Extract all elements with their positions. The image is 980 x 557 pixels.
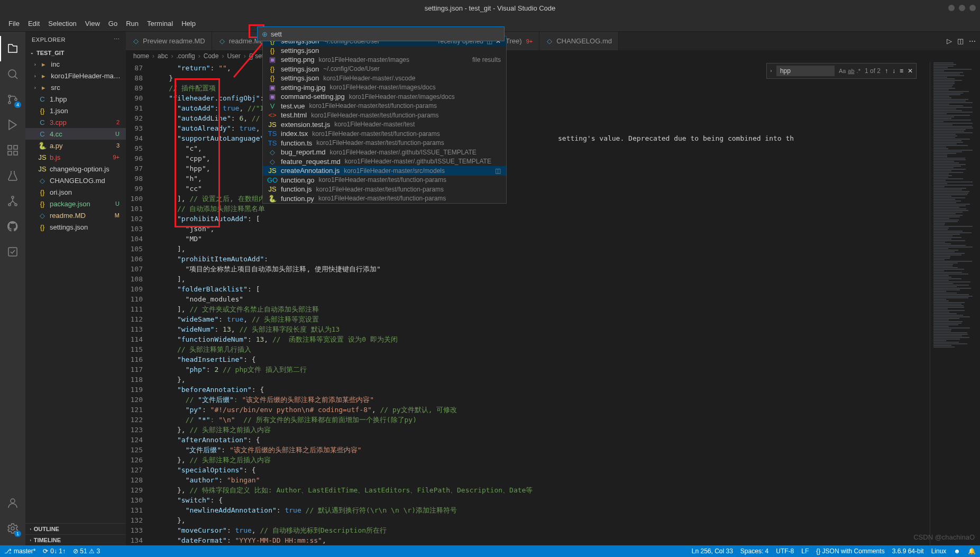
timeline-section[interactable]: ›TIMELINE bbox=[25, 534, 126, 545]
settings-icon[interactable]: 1 bbox=[0, 516, 25, 541]
os-item[interactable]: Linux bbox=[931, 547, 947, 555]
quickopen-input[interactable]: ⊕ bbox=[257, 26, 505, 41]
find-widget[interactable]: › Aa ab .* 1 of 2 ↑ ↓ ≡ ✕ bbox=[766, 63, 917, 79]
quickopen-row[interactable]: {}settings.json~/.config/Code/User bbox=[263, 65, 506, 74]
json-icon: {} bbox=[268, 47, 277, 54]
tree-item[interactable]: JSb.js9+ bbox=[25, 151, 126, 163]
indent-item[interactable]: Spaces: 4 bbox=[740, 547, 768, 555]
project-header[interactable]: ⌄ TEST_GIT bbox=[25, 47, 126, 58]
quickopen-row[interactable]: JSfunction.jskoro1FileHeader-master/test… bbox=[263, 185, 506, 194]
tree-item[interactable]: ›▸koro1FileHeader-master bbox=[25, 70, 126, 81]
quickopen-name: function.py bbox=[281, 195, 314, 203]
tree-item[interactable]: JSchangelog-option.js bbox=[25, 163, 126, 175]
quickopen-row[interactable]: ▣setting.pngkoro1FileHeader-master/image… bbox=[263, 55, 506, 65]
run-icon[interactable]: ▷ bbox=[947, 37, 952, 45]
eol-item[interactable]: LF bbox=[801, 547, 809, 555]
minimize-icon[interactable] bbox=[948, 5, 955, 11]
close-find-icon[interactable]: ✕ bbox=[908, 67, 913, 75]
js-icon: JS bbox=[38, 165, 47, 173]
quickopen-row[interactable]: {}settings.json bbox=[263, 46, 506, 56]
git-graph-icon[interactable] bbox=[0, 188, 25, 214]
minimap[interactable] bbox=[930, 62, 980, 545]
tree-item[interactable]: ◇CHANGELOG.md bbox=[25, 175, 126, 186]
quickopen-row[interactable]: TSfunction.tskoro1FileHeader-master/test… bbox=[263, 139, 506, 148]
more-icon[interactable]: ⋯ bbox=[114, 36, 120, 43]
quickopen-list[interactable]: {}settings.json~/.config/Code/Userrecent… bbox=[262, 36, 507, 204]
tree-item[interactable]: {}1.json bbox=[25, 105, 126, 116]
menu-terminal[interactable]: Terminal bbox=[143, 20, 177, 28]
ts-icon: TS bbox=[268, 130, 277, 138]
quickopen-row[interactable]: JSextension.test.jskoro1FileHeader-maste… bbox=[263, 120, 506, 130]
todo-icon[interactable] bbox=[0, 239, 25, 264]
bell-icon[interactable]: 🔔 bbox=[968, 547, 976, 555]
menu-edit[interactable]: Edit bbox=[24, 20, 44, 28]
github-icon[interactable] bbox=[0, 214, 25, 239]
quickopen-row[interactable]: ◇feature_request.mdkoro1FileHeader-maste… bbox=[263, 157, 506, 167]
explorer-icon[interactable] bbox=[0, 36, 25, 61]
quickopen-row[interactable]: Vtest.vuekoro1FileHeader-master/test/fun… bbox=[263, 102, 506, 111]
regex-icon[interactable]: .* bbox=[857, 68, 860, 74]
breadcrumb[interactable]: home› abc› .config› Code› User› {} setti… bbox=[126, 50, 980, 62]
more-icon[interactable]: ⋯ bbox=[969, 37, 976, 45]
quickopen-row[interactable]: <>test.htmlkoro1FileHeader-master/test/f… bbox=[263, 111, 506, 120]
branch-item[interactable]: ⎇ master* bbox=[4, 547, 35, 555]
tree-item-label: changelog-option.js bbox=[50, 165, 122, 173]
chevron-right-icon[interactable]: › bbox=[770, 68, 772, 74]
problems-item[interactable]: ⊘ 51 ⚠ 3 bbox=[73, 547, 100, 555]
sync-item[interactable]: ⟳ 0↓ 1↑ bbox=[43, 547, 66, 555]
tree-item[interactable]: C3.cpp2 bbox=[25, 116, 126, 128]
quickopen-row[interactable]: TSindex.tsxkoro1FileHeader-master/test/f… bbox=[263, 129, 506, 139]
menu-selection[interactable]: Selection bbox=[44, 20, 80, 28]
menu-run[interactable]: Run bbox=[122, 20, 143, 28]
outline-section[interactable]: ›OUTLINE bbox=[25, 523, 126, 534]
find-input[interactable] bbox=[776, 66, 835, 76]
tree-item[interactable]: ◇readme.MDM bbox=[25, 209, 126, 221]
quickopen-row[interactable]: ◇bug_report.mdkoro1FileHeader-master/.gi… bbox=[263, 148, 506, 157]
js-icon: JS bbox=[268, 185, 277, 193]
source-control-icon[interactable]: 4 bbox=[0, 87, 25, 112]
tree-item[interactable]: {}settings.json bbox=[25, 221, 126, 233]
python-version[interactable]: 3.6.9 64-bit bbox=[892, 547, 924, 555]
tree-item-label: koro1FileHeader-master bbox=[51, 72, 122, 80]
encoding-item[interactable]: UTF-8 bbox=[776, 547, 794, 555]
menu-view[interactable]: View bbox=[81, 20, 104, 28]
match-case-icon[interactable]: Aa bbox=[839, 68, 846, 74]
match-word-icon[interactable]: ab bbox=[848, 68, 854, 74]
quickopen-row[interactable]: JScreateAnnotation.jskoro1FileHeader-mas… bbox=[263, 166, 506, 176]
extensions-icon[interactable] bbox=[0, 138, 25, 163]
quickopen-row[interactable]: ▣setting-img.jpgkoro1FileHeader-master/i… bbox=[263, 83, 506, 93]
tree-item[interactable]: ›▸inc bbox=[25, 58, 126, 70]
menu-file[interactable]: File bbox=[4, 20, 24, 28]
maximize-icon[interactable] bbox=[959, 5, 965, 11]
quickopen-row[interactable]: 🐍function.pykoro1FileHeader-master/test/… bbox=[263, 194, 506, 204]
quickopen-row[interactable]: ▣command-setting.jpgkoro1FileHeader-mast… bbox=[263, 92, 506, 102]
next-match-icon[interactable]: ↓ bbox=[892, 67, 895, 75]
tree-item[interactable]: ›▸src bbox=[25, 81, 126, 93]
search-icon[interactable] bbox=[0, 61, 25, 87]
tab-label: CHANGELOG.md bbox=[556, 37, 612, 45]
feedback-icon[interactable]: ☻ bbox=[954, 547, 960, 555]
split-icon[interactable]: ◫ bbox=[495, 167, 501, 175]
window-controls[interactable] bbox=[948, 5, 976, 11]
quickopen-path: koro1FileHeader-master/test bbox=[334, 121, 415, 128]
quickopen-row[interactable]: {}settings.jsonkoro1FileHeader-master/.v… bbox=[263, 74, 506, 83]
close-icon[interactable] bbox=[969, 5, 976, 11]
menu-help[interactable]: Help bbox=[177, 20, 200, 28]
tree-item[interactable]: {}package.jsonU bbox=[25, 198, 126, 209]
find-in-selection-icon[interactable]: ≡ bbox=[900, 67, 903, 75]
menu-go[interactable]: Go bbox=[104, 20, 122, 28]
editor-tab[interactable]: ◇Preview readme.MD bbox=[126, 32, 212, 50]
prev-match-icon[interactable]: ↑ bbox=[885, 67, 888, 75]
tree-item[interactable]: C4.ccU bbox=[25, 128, 126, 140]
tree-item[interactable]: {}ori.json bbox=[25, 186, 126, 198]
tree-item[interactable]: C1.hpp bbox=[25, 93, 126, 105]
cursor-pos[interactable]: Ln 256, Col 33 bbox=[692, 547, 733, 555]
language-item[interactable]: {} JSON with Comments bbox=[816, 547, 884, 555]
split-icon[interactable]: ◫ bbox=[957, 37, 964, 45]
accounts-icon[interactable] bbox=[0, 490, 25, 516]
tree-item[interactable]: 🐍a.py3 bbox=[25, 140, 126, 151]
test-icon[interactable] bbox=[0, 163, 25, 188]
debug-icon[interactable] bbox=[0, 112, 25, 138]
editor-tab[interactable]: ◇CHANGELOG.md bbox=[539, 32, 619, 50]
quickopen-row[interactable]: GOfunction.gokoro1FileHeader-master/test… bbox=[263, 176, 506, 185]
